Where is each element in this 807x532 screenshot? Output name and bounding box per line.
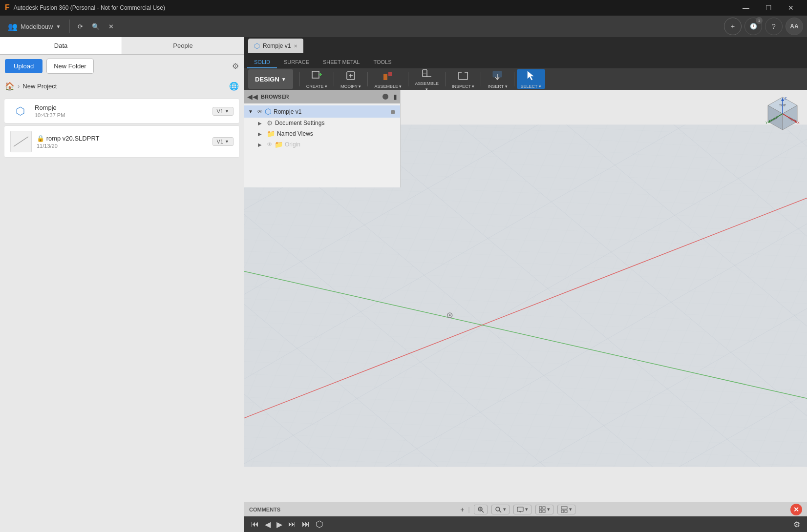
- refresh-button[interactable]: ⟳: [75, 21, 86, 32]
- toolbar-sep: [299, 72, 300, 86]
- svg-text:Y: Y: [765, 121, 768, 124]
- record-icon: ⏺: [389, 108, 396, 116]
- svg-rect-55: [543, 510, 545, 512]
- grid-icon: [539, 506, 546, 513]
- design-button[interactable]: DESIGN ▼: [248, 69, 293, 89]
- error-badge[interactable]: ✕: [790, 504, 802, 515]
- filter-button[interactable]: ⬡: [314, 517, 325, 532]
- history-button[interactable]: 🕐1: [744, 18, 762, 35]
- tab-people[interactable]: People: [122, 37, 244, 54]
- navigation-cube[interactable]: TOP RIGHT FRONT Z X: [763, 95, 802, 134]
- svg-rect-56: [561, 507, 567, 509]
- close-panel-button[interactable]: ✕: [106, 21, 117, 32]
- expand-icon[interactable]: ▼: [248, 109, 255, 114]
- toolbar-sep: [514, 72, 514, 86]
- tree-item-label: Document Settings: [275, 120, 396, 126]
- panel-settings-button[interactable]: ⚙: [232, 61, 239, 71]
- svg-rect-1: [312, 71, 319, 78]
- select-button[interactable]: SELECT ▾: [517, 69, 545, 89]
- workspace-selector[interactable]: 👥 Modelbouw ▼: [4, 20, 64, 33]
- doc-icon: ⬡: [254, 42, 260, 50]
- construct-icon: [421, 67, 433, 80]
- zoom-button[interactable]: ▾: [491, 505, 510, 514]
- file-version-badge[interactable]: V1 ▼: [212, 137, 234, 146]
- browser-dot-button[interactable]: [382, 94, 388, 100]
- file-version-badge[interactable]: V1 ▼: [212, 107, 234, 116]
- upload-button[interactable]: Upload: [5, 59, 42, 73]
- add-comment-button[interactable]: +: [460, 506, 464, 513]
- construct-button[interactable]: ASSEMBLE ▾: [411, 69, 443, 89]
- visibility-icon[interactable]: 👁: [257, 108, 263, 115]
- skip-end-button[interactable]: ⏭: [300, 518, 312, 531]
- tab-surface[interactable]: SURFACE: [277, 57, 316, 68]
- inspect-button[interactable]: INSPECT ▾: [448, 69, 478, 89]
- construct-label: ASSEMBLE: [415, 81, 439, 86]
- tree-item-rompje[interactable]: ▼ 👁 ⬡ Rompje v1 ⏺: [244, 105, 400, 118]
- people-icon: 👥: [8, 22, 18, 31]
- new-tab-button[interactable]: +: [724, 18, 742, 35]
- tree-item-named-views[interactable]: ▶ 📁 Named Views: [244, 128, 400, 139]
- create-label: CREATE ▾: [306, 84, 327, 89]
- skip-start-button[interactable]: ⏮: [249, 518, 261, 531]
- breadcrumb-project[interactable]: New Project: [22, 82, 57, 90]
- list-item[interactable]: ⬡ Rompje 10:43:37 PM V1 ▼: [4, 99, 240, 123]
- tab-solid[interactable]: SOLID: [247, 57, 277, 68]
- avatar-button[interactable]: AA: [786, 18, 803, 35]
- breadcrumb: 🏠 › New Project 🌐: [0, 78, 244, 95]
- grid-button[interactable]: ▾: [535, 505, 553, 514]
- svg-line-44: [482, 511, 484, 512]
- tab-close-icon[interactable]: ✕: [294, 43, 297, 49]
- display-icon: [517, 506, 524, 513]
- new-folder-button[interactable]: New Folder: [46, 59, 93, 74]
- expand-icon[interactable]: ▶: [258, 121, 265, 126]
- svg-rect-7: [383, 74, 387, 80]
- tree-item-label: Named Views: [277, 130, 396, 137]
- viewport[interactable]: TOP RIGHT FRONT Z X: [244, 90, 807, 502]
- document-tab[interactable]: ⬡ Rompje v1 ✕: [248, 39, 303, 53]
- minimize-button[interactable]: —: [735, 0, 757, 16]
- prev-button[interactable]: ◀: [263, 518, 273, 531]
- home-icon[interactable]: 🏠: [5, 82, 15, 91]
- create-button[interactable]: CREATE ▾: [302, 69, 331, 89]
- help-button[interactable]: ?: [765, 18, 783, 35]
- layout-icon: [561, 506, 568, 513]
- insert-button[interactable]: INSERT ▾: [484, 69, 511, 89]
- history-count: 1: [756, 17, 763, 24]
- maximize-button[interactable]: ☐: [757, 0, 780, 16]
- tree-item-doc-settings[interactable]: ▶ ⚙ Document Settings: [244, 118, 400, 128]
- tab-sheet-metal[interactable]: SHEET METAL: [316, 57, 366, 68]
- svg-point-47: [496, 507, 500, 511]
- close-button[interactable]: ✕: [780, 0, 802, 16]
- settings-icon: ⚙: [267, 119, 273, 127]
- list-item[interactable]: 🔒 romp v20.SLDPRT 11/13/20 V1 ▼: [4, 125, 240, 158]
- browser-more-button[interactable]: ▮: [393, 93, 397, 101]
- modify-button[interactable]: MODIFY ▾: [337, 69, 365, 89]
- expand-icon[interactable]: ▶: [258, 142, 265, 147]
- display-button[interactable]: ▾: [513, 505, 531, 514]
- assemble-button[interactable]: ASSEMBLE ▾: [370, 69, 405, 89]
- comments-label: COMMENTS: [249, 507, 456, 512]
- tab-data[interactable]: Data: [0, 37, 122, 54]
- expand-icon[interactable]: ▶: [258, 131, 265, 137]
- world-icon[interactable]: 🌐: [229, 82, 239, 91]
- svg-text:X: X: [797, 121, 800, 124]
- settings-button[interactable]: ⚙: [791, 518, 802, 531]
- toolbar-sep: [445, 72, 446, 86]
- toolbar-sep: [408, 72, 408, 86]
- tree-item-origin[interactable]: ▶ 👁 📁 Origin: [244, 139, 400, 150]
- tab-tools[interactable]: TOOLS: [366, 57, 398, 68]
- next-button[interactable]: ⏭: [286, 518, 298, 531]
- svg-rect-8: [388, 72, 392, 76]
- search-button[interactable]: 🔍: [89, 21, 103, 32]
- insert-label: INSERT ▾: [488, 84, 507, 89]
- folder-icon: 📁: [275, 141, 283, 148]
- play-button[interactable]: ▶: [275, 518, 284, 531]
- svg-point-27: [449, 314, 451, 316]
- visibility-icon[interactable]: 👁: [267, 141, 273, 148]
- magnify-button[interactable]: [474, 505, 488, 514]
- browser-collapse-button[interactable]: ◀◀: [247, 93, 258, 101]
- svg-rect-54: [539, 510, 542, 512]
- file-info: Rompje 10:43:37 PM: [35, 104, 208, 118]
- bottom-right-controls: ⚙: [791, 518, 802, 531]
- layout-button[interactable]: ▾: [557, 505, 575, 514]
